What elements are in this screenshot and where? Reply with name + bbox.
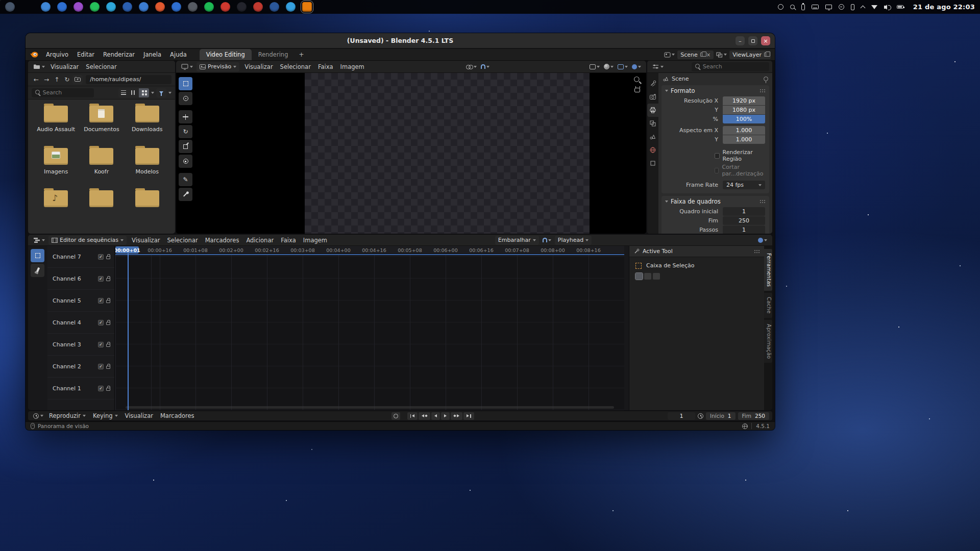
display-thumbnail-button[interactable] [139, 88, 149, 97]
resolution-y-field[interactable]: 1080 px [723, 106, 765, 114]
dock-icon-blender[interactable] [302, 2, 312, 12]
current-frame-badge[interactable]: 00:00+01 [115, 246, 139, 254]
play-button[interactable] [441, 412, 450, 420]
play-reverse-button[interactable] [431, 412, 440, 420]
dock-icon-launcher[interactable] [5, 2, 15, 12]
filter-button[interactable] [156, 88, 166, 97]
close-icon[interactable]: × [706, 52, 710, 58]
tab-view-layer[interactable] [647, 117, 658, 130]
channel-visibility-checkbox[interactable] [98, 320, 104, 325]
tab-aproximacao[interactable]: Aproximação [764, 320, 772, 363]
channel-lock-icon[interactable] [106, 278, 110, 281]
channel-lock-icon[interactable] [106, 388, 110, 391]
copy-icon[interactable] [700, 53, 704, 57]
tool-cursor[interactable] [179, 92, 192, 105]
window-close-button[interactable]: × [761, 36, 770, 45]
editor-type-button[interactable] [31, 413, 45, 419]
window-maximize-button[interactable] [748, 36, 757, 45]
frame-end-field[interactable]: 250 [723, 216, 765, 225]
overlap-mode-dropdown[interactable]: Embaralhar [495, 236, 539, 245]
display-list-button[interactable] [118, 88, 129, 97]
dock-icon-spotify[interactable] [204, 2, 214, 12]
dock-icon-app-dot[interactable] [172, 2, 181, 12]
dock-icon-docs[interactable] [286, 2, 296, 12]
resolution-x-field[interactable]: 1920 px [723, 96, 765, 105]
folder-item-koofr[interactable]: Koofr [79, 148, 124, 175]
dock-icon-telegram[interactable] [106, 2, 116, 12]
fb-search-field[interactable] [32, 88, 94, 97]
scene-field[interactable]: Scene × [677, 51, 714, 59]
pin-icon[interactable] [764, 77, 768, 81]
preview-canvas[interactable]: ↻ ✎ [176, 73, 646, 234]
dock-icon-writer[interactable] [270, 2, 279, 12]
wifi-icon[interactable] [871, 5, 877, 9]
tool-blade[interactable] [31, 264, 44, 277]
auto-keyframe-button[interactable] [391, 412, 400, 420]
folder-item-audio-assault[interactable]: Audio Assault [33, 106, 79, 133]
volume-icon[interactable] [884, 6, 886, 9]
seq-menu-imagem[interactable]: Imagem [300, 237, 331, 244]
tool-transform[interactable] [179, 155, 192, 168]
channel-visibility-checkbox[interactable] [98, 298, 104, 304]
menu-janela[interactable]: Janela [139, 49, 165, 60]
mode-subtract-button[interactable] [653, 273, 660, 280]
scene-browse-icon[interactable] [664, 52, 675, 58]
pv-menu-faixa[interactable]: Faixa [314, 63, 337, 70]
filter-settings-chevron-icon[interactable] [168, 92, 172, 94]
use-preview-range-icon[interactable] [698, 413, 703, 419]
tab-video-editing[interactable]: Video Editing [200, 49, 252, 60]
preview-mode-dropdown[interactable]: Previsão [197, 62, 239, 71]
channel-visibility-checkbox[interactable] [98, 254, 104, 260]
pv-menu-selecionar[interactable]: Selecionar [277, 63, 314, 70]
channel-lock-icon[interactable] [106, 322, 110, 325]
menu-marcadores[interactable]: Marcadores [157, 412, 198, 419]
tab-rendering[interactable]: Rendering [252, 49, 295, 60]
snapping-button[interactable] [479, 64, 492, 69]
mode-new-button[interactable] [635, 273, 643, 280]
dock-icon-extensions[interactable] [220, 2, 230, 12]
channel-row-2[interactable]: Channel 2 [47, 356, 114, 378]
refresh-button[interactable]: ↻ [62, 76, 71, 83]
jump-prev-keyframe-button[interactable] [419, 412, 430, 420]
tool-select-box[interactable] [31, 249, 44, 262]
create-directory-button[interactable] [72, 75, 83, 84]
channel-visibility-checkbox[interactable] [98, 276, 104, 282]
menu-keying[interactable]: Keying [89, 412, 121, 419]
overlays-button[interactable] [630, 64, 643, 69]
gizmos-button[interactable] [616, 64, 630, 69]
window-minimize-button[interactable]: – [736, 36, 745, 45]
resolution-pct-slider[interactable]: 100% [723, 115, 765, 123]
crop-checkbox[interactable] [715, 168, 719, 173]
editor-type-button[interactable] [179, 64, 195, 70]
tab-cache[interactable]: Cache [764, 293, 772, 318]
channel-row-3[interactable]: Channel 3 [47, 334, 114, 356]
channel-row-6[interactable]: Channel 6 [47, 268, 114, 290]
folder-item-downloads[interactable]: Downloads [125, 106, 170, 133]
tab-render[interactable] [647, 90, 658, 104]
channel-lock-icon[interactable] [106, 256, 110, 259]
display-channels-button[interactable] [602, 64, 616, 69]
up-button[interactable]: ↑ [52, 76, 61, 83]
path-input[interactable] [90, 76, 167, 83]
do-not-disturb-icon[interactable] [839, 4, 844, 10]
dock-icon-media[interactable] [237, 2, 247, 12]
tab-object[interactable] [647, 157, 658, 170]
jump-to-start-button[interactable] [407, 412, 418, 420]
tool-annotate[interactable]: ✎ [179, 173, 192, 186]
channel-row-7[interactable]: Channel 7 [47, 246, 114, 268]
display-detail-button[interactable] [129, 88, 139, 97]
jump-next-keyframe-button[interactable] [451, 412, 462, 420]
seq-menu-faixa[interactable]: Faixa [277, 237, 300, 244]
zoom-icon[interactable] [634, 77, 641, 83]
end-frame-field[interactable]: Fim 250 [738, 412, 769, 420]
channel-visibility-checkbox[interactable] [98, 364, 104, 369]
sequencer-overlays-button[interactable] [756, 238, 769, 243]
channel-row-1[interactable]: Channel 1 [47, 378, 114, 399]
viewlayer-field[interactable]: ViewLayer [729, 51, 771, 59]
blender-logo-icon[interactable] [30, 52, 38, 58]
dock-icon-whatsapp[interactable] [90, 2, 100, 12]
search-icon[interactable] [790, 5, 795, 9]
channel-visibility-checkbox[interactable] [98, 342, 104, 347]
keyboard-icon[interactable] [812, 5, 819, 9]
frame-rate-dropdown[interactable]: 24 fps [723, 181, 765, 189]
